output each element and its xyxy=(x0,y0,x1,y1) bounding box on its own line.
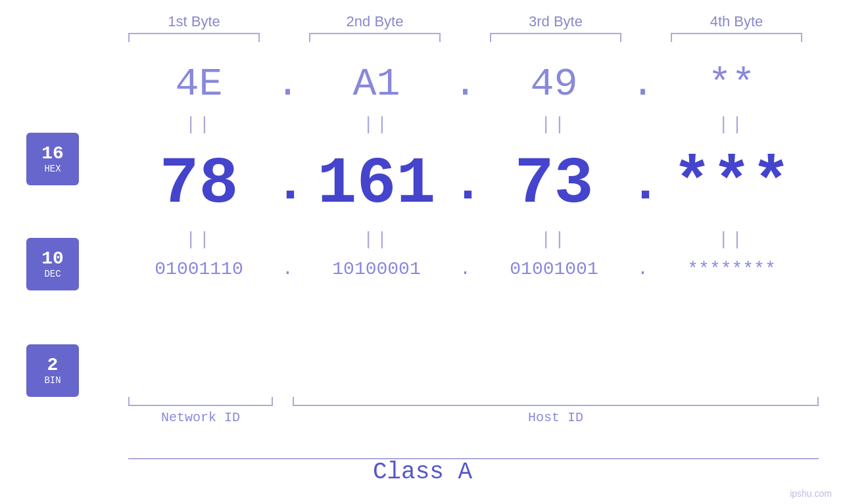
bottom-brackets: Network ID Host ID xyxy=(128,397,819,425)
host-id-bracket: Host ID xyxy=(293,397,819,425)
bin-badge: 2 BIN xyxy=(26,344,79,397)
network-bracket-line xyxy=(128,397,273,406)
watermark: ipshu.com xyxy=(790,488,832,499)
equals-row-1: || || || || xyxy=(0,114,845,135)
bin-display-4: ******** xyxy=(687,259,775,279)
hex-display-3: 49 xyxy=(530,62,577,106)
dec-val-1: 78 xyxy=(124,147,275,221)
hex-val-2: A1 xyxy=(301,62,452,106)
byte2-label: 2nd Byte xyxy=(299,13,450,30)
bin-row: 01001110 . 10100001 . 01001001 . xyxy=(0,259,845,279)
dec-dot-2: . xyxy=(452,158,479,211)
hex-dot-1: . xyxy=(275,62,301,106)
dec-display-3: 73 xyxy=(514,147,593,221)
byte3-label: 3rd Byte xyxy=(480,13,631,30)
header-row: 1st Byte 2nd Byte 3rd Byte 4th Byte xyxy=(104,13,827,30)
host-bracket-line xyxy=(293,397,819,406)
bin-display-3: 01001001 xyxy=(510,259,598,279)
byte1-label: 1st Byte xyxy=(118,13,270,30)
bin-badge-number: 2 xyxy=(47,355,59,376)
bracket-byte4 xyxy=(671,33,802,42)
dec-val-2: 161 xyxy=(301,147,452,221)
host-id-label: Host ID xyxy=(293,410,819,425)
equals-values-2: || || || || xyxy=(104,229,827,250)
network-id-label: Network ID xyxy=(128,410,273,425)
equals-row-2: || || || || xyxy=(0,229,845,250)
dec-val-3: 73 xyxy=(479,147,630,221)
hex-val-1: 4E xyxy=(124,62,275,106)
top-brackets xyxy=(104,33,827,42)
dec-dot-1: . xyxy=(275,158,301,211)
dec-row: 78 . 161 . 73 . *** xyxy=(0,147,845,221)
eq2-4: || xyxy=(656,229,808,250)
dec-values: 78 . 161 . 73 . *** xyxy=(104,147,827,221)
eq2-2: || xyxy=(301,229,452,250)
hex-display-1: 4E xyxy=(175,62,222,106)
eq2-1: || xyxy=(124,229,275,250)
bin-dot-1: . xyxy=(275,259,301,279)
hex-val-4: ** xyxy=(656,62,808,106)
dec-display-2: 161 xyxy=(317,147,435,221)
bin-dot-2: . xyxy=(452,259,479,279)
bin-values: 01001110 . 10100001 . 01001001 . xyxy=(104,259,827,279)
hex-row: 4E . A1 . 49 . ** xyxy=(0,62,845,106)
equals-values-1: || || || || xyxy=(104,114,827,135)
hex-dot-2: . xyxy=(452,62,479,106)
eq1-1: || xyxy=(124,114,275,135)
bin-display-1: 01001110 xyxy=(155,259,243,279)
bin-badge-label: BIN xyxy=(44,375,60,386)
dec-display-4: *** xyxy=(672,147,790,221)
bin-val-4: ******** xyxy=(656,259,808,279)
hex-display-2: A1 xyxy=(352,62,400,106)
bracket-byte2 xyxy=(309,33,441,42)
hex-dot-3: . xyxy=(630,62,656,106)
main-container: 1st Byte 2nd Byte 3rd Byte 4th Byte 16 H… xyxy=(0,0,845,504)
dec-val-4: *** xyxy=(656,147,808,221)
bin-display-2: 10100001 xyxy=(332,259,420,279)
byte4-label: 4th Byte xyxy=(661,13,812,30)
bracket-byte1 xyxy=(128,33,260,42)
eq1-4: || xyxy=(656,114,808,135)
eq1-2: || xyxy=(301,114,452,135)
bin-val-2: 10100001 xyxy=(301,259,452,279)
dec-display-1: 78 xyxy=(159,147,238,221)
content-area: 16 HEX 4E . A1 . 49 xyxy=(0,49,845,504)
bin-val-1: 01001110 xyxy=(124,259,275,279)
bracket-byte3 xyxy=(490,33,621,42)
eq2-3: || xyxy=(479,229,630,250)
dec-dot-3: . xyxy=(630,158,656,211)
eq1-3: || xyxy=(479,114,630,135)
bin-val-3: 01001001 xyxy=(479,259,630,279)
bin-dot-3: . xyxy=(630,259,656,279)
hex-values: 4E . A1 . 49 . ** xyxy=(104,62,827,106)
network-id-bracket: Network ID xyxy=(128,397,273,425)
hex-val-3: 49 xyxy=(479,62,630,106)
hex-display-4: ** xyxy=(708,62,755,106)
class-label: Class A xyxy=(0,459,845,486)
